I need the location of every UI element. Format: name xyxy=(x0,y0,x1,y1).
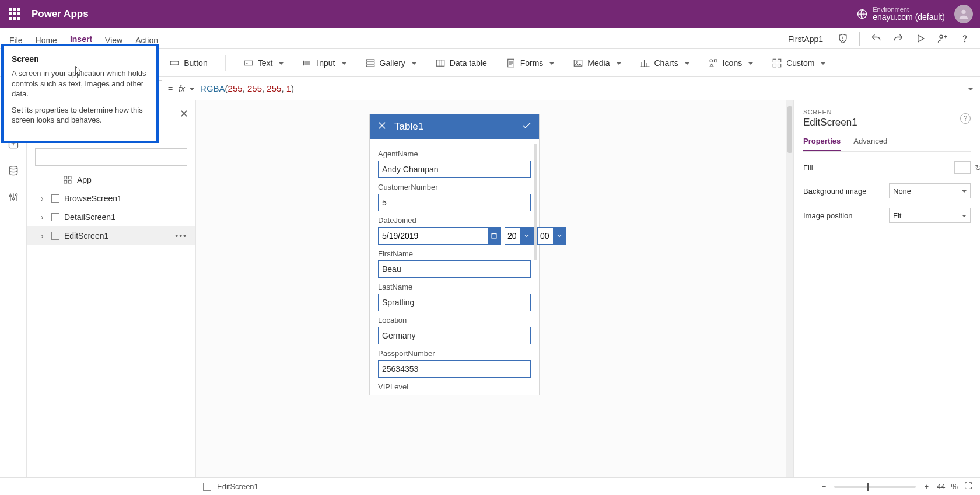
help-icon[interactable] xyxy=(959,33,971,46)
svg-point-18 xyxy=(576,61,578,63)
svg-point-2 xyxy=(842,40,843,40)
reset-icon[interactable]: ↻ xyxy=(975,163,980,172)
user-avatar[interactable] xyxy=(954,5,973,23)
label-viplevel: VIPLevel xyxy=(378,382,531,391)
svg-rect-24 xyxy=(778,64,781,67)
zoom-out-button[interactable]: − xyxy=(820,482,829,491)
svg-point-10 xyxy=(304,62,305,64)
app-file-name[interactable]: FirstApp1 xyxy=(788,34,827,44)
svg-rect-33 xyxy=(64,176,67,179)
screen-indicator-icon xyxy=(203,483,211,491)
formula-input[interactable]: RGBA(255, 255, 255, 1) xyxy=(200,83,294,94)
fit-to-window-icon[interactable] xyxy=(964,481,973,492)
svg-point-1 xyxy=(961,10,965,14)
canvas-scrollbar[interactable] xyxy=(786,100,793,477)
svg-rect-37 xyxy=(492,234,496,239)
svg-rect-21 xyxy=(773,59,776,62)
fill-color-picker[interactable]: ↻ xyxy=(954,161,971,174)
formula-expand-icon[interactable] xyxy=(966,84,973,93)
play-icon[interactable] xyxy=(915,33,926,46)
input-lastname[interactable] xyxy=(378,294,531,311)
imgpos-select[interactable]: Fit xyxy=(889,208,971,223)
svg-rect-23 xyxy=(773,64,776,67)
fx-label[interactable]: fx xyxy=(178,84,194,93)
screen-title: EditScreen1 xyxy=(803,117,858,128)
svg-rect-20 xyxy=(714,60,717,62)
undo-icon[interactable] xyxy=(870,33,882,46)
waffle-icon[interactable] xyxy=(7,6,23,22)
tooltip-body-2: Set its properties to determine how this… xyxy=(12,105,148,126)
zoom-in-button[interactable]: + xyxy=(922,482,931,491)
prop-fill-label: Fill xyxy=(803,163,954,172)
form-scrollbar[interactable] xyxy=(534,144,537,260)
prop-imgpos-label: Image position xyxy=(803,211,889,220)
svg-rect-8 xyxy=(244,61,253,65)
custom-button[interactable]: Custom xyxy=(768,55,829,71)
submit-icon[interactable] xyxy=(522,120,532,134)
svg-point-19 xyxy=(710,60,713,62)
input-firstname[interactable] xyxy=(378,260,531,278)
status-screen-name: EditScreen1 xyxy=(217,482,258,491)
input-customernumber[interactable] xyxy=(378,194,531,211)
svg-point-32 xyxy=(15,194,17,196)
svg-point-31 xyxy=(12,198,14,200)
forms-button[interactable]: Forms xyxy=(502,55,558,71)
chevron-down-icon[interactable] xyxy=(553,228,566,244)
edit-form[interactable]: Table1 AgentName CustomerNumber DateJoin… xyxy=(370,114,539,395)
tree-view-panel: ✕ App ›BrowseScreen1 ›DetailScreen1 ›Edi… xyxy=(27,100,196,477)
tooltip-title: Screen xyxy=(12,54,148,64)
tree-item-detail[interactable]: ›DetailScreen1 xyxy=(27,208,195,226)
tab-advanced[interactable]: Advanced xyxy=(853,137,887,151)
more-icon[interactable]: ••• xyxy=(175,231,187,240)
tree-search-input[interactable] xyxy=(35,148,187,166)
share-icon[interactable] xyxy=(937,33,949,46)
input-agentname[interactable] xyxy=(378,161,531,178)
input-datejoined[interactable] xyxy=(378,227,501,245)
advanced-tools-icon[interactable] xyxy=(8,191,19,205)
button-button[interactable]: Button xyxy=(166,55,211,71)
zoom-percent: % xyxy=(951,482,958,491)
input-minute[interactable] xyxy=(537,227,566,245)
svg-rect-13 xyxy=(366,62,374,64)
icons-button[interactable]: Icons xyxy=(705,55,757,71)
svg-rect-36 xyxy=(68,180,71,183)
close-panel-icon[interactable]: ✕ xyxy=(180,107,188,120)
gallery-button[interactable]: Gallery xyxy=(362,55,420,71)
svg-point-3 xyxy=(940,35,943,38)
tree-item-app[interactable]: App xyxy=(27,170,195,189)
environment-value: enayu.com (default) xyxy=(873,13,945,22)
chevron-down-icon[interactable] xyxy=(520,228,533,244)
bgimage-select[interactable]: None xyxy=(889,183,971,198)
cursor-icon xyxy=(75,65,83,77)
svg-point-30 xyxy=(9,195,11,197)
data-sources-icon[interactable] xyxy=(8,165,19,179)
media-button[interactable]: Media xyxy=(569,55,624,71)
properties-panel: SCREEN EditScreen1 ? Properties Advanced… xyxy=(793,100,980,477)
environment-picker[interactable]: Environment enayu.com (default) xyxy=(856,6,945,22)
charts-button[interactable]: Charts xyxy=(636,55,693,71)
label-customernumber: CustomerNumber xyxy=(378,183,531,191)
input-location[interactable] xyxy=(378,327,531,344)
input-button[interactable]: Input xyxy=(299,55,349,71)
app-icon xyxy=(63,175,72,184)
info-icon[interactable]: ? xyxy=(960,113,971,124)
svg-rect-15 xyxy=(436,60,444,66)
tree-item-browse[interactable]: ›BrowseScreen1 xyxy=(27,189,195,208)
calendar-icon[interactable] xyxy=(488,227,501,245)
zoom-slider[interactable] xyxy=(834,486,916,488)
text-button[interactable]: Text xyxy=(240,55,288,71)
close-icon[interactable] xyxy=(377,120,387,134)
label-firstname: FirstName xyxy=(378,249,531,258)
input-hour[interactable] xyxy=(505,227,534,245)
tree-item-edit[interactable]: ›EditScreen1 ••• xyxy=(27,226,195,245)
svg-rect-12 xyxy=(366,60,374,61)
input-passportnumber[interactable] xyxy=(378,360,531,378)
redo-icon[interactable] xyxy=(892,33,904,46)
app-checker-icon[interactable] xyxy=(837,33,849,46)
tab-properties[interactable]: Properties xyxy=(803,137,841,151)
button-icon xyxy=(169,58,180,68)
canvas[interactable]: Table1 AgentName CustomerNumber DateJoin… xyxy=(196,100,793,477)
data-table-button[interactable]: Data table xyxy=(432,55,491,71)
top-bar: Power Apps Environment enayu.com (defaul… xyxy=(0,0,980,28)
svg-rect-7 xyxy=(170,61,178,65)
